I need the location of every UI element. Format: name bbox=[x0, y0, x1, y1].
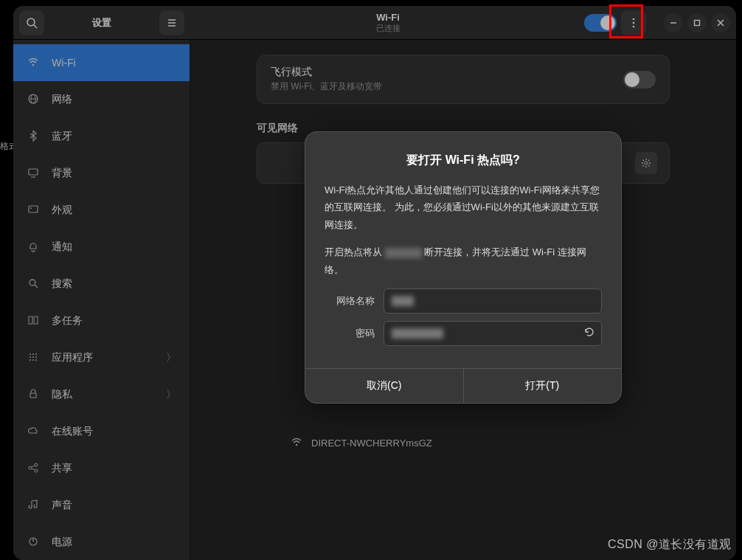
redacted-ssid bbox=[385, 248, 422, 258]
open-button[interactable]: 打开(T) bbox=[463, 369, 622, 403]
settings-window: 设置 Wi-Fi 已连接 bbox=[13, 6, 736, 560]
network-name-label: 网络名称 bbox=[325, 294, 375, 308]
password-label: 密码 bbox=[325, 327, 375, 340]
modal-overlay: 要打开 Wi-Fi 热点吗? Wi-Fi热点允许其他人通过创建他们可以连接的Wi… bbox=[13, 6, 736, 560]
network-name-input[interactable] bbox=[384, 288, 602, 314]
cancel-button[interactable]: 取消(C) bbox=[305, 369, 463, 403]
password-input[interactable] bbox=[384, 321, 602, 346]
dialog-title: 要打开 Wi-Fi 热点吗? bbox=[325, 153, 602, 168]
redacted-name-value bbox=[392, 296, 414, 306]
refresh-icon bbox=[583, 326, 595, 338]
dialog-paragraph-2: 开启热点将从 断开连接，并将无法通过 Wi-Fi 连接网络。 bbox=[325, 243, 602, 278]
dialog-paragraph-1: Wi-Fi热点允许其他人通过创建他们可以连接的Wi-Fi网络来共享您的互联网连接… bbox=[325, 182, 602, 233]
redacted-password-value bbox=[392, 328, 443, 339]
regenerate-button[interactable] bbox=[583, 326, 595, 340]
hotspot-dialog: 要打开 Wi-Fi 热点吗? Wi-Fi热点允许其他人通过创建他们可以连接的Wi… bbox=[305, 131, 622, 404]
watermark: CSDN @道长没有道观 bbox=[608, 537, 732, 553]
